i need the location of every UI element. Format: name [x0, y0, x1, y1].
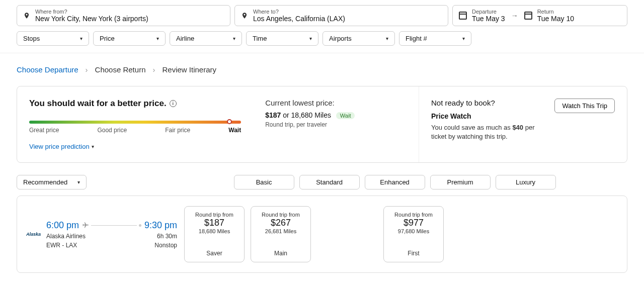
fare-first[interactable]: Round trip from $977 97,680 Miles First: [383, 206, 444, 262]
fare-saver[interactable]: Round trip from $187 18,680 Miles Saver: [184, 206, 245, 262]
fare-main[interactable]: Round trip from $267 26,681 Miles Main: [251, 206, 311, 262]
price-filter[interactable]: Price▾: [93, 31, 166, 46]
price-advice-card: You should wait for a better price. i Gr…: [17, 86, 627, 163]
flight-stops: Nonstop: [154, 242, 177, 249]
airline-logo: Alaska: [26, 232, 41, 237]
breadcrumb-step-departure[interactable]: Choose Departure: [17, 65, 78, 74]
class-premium-button[interactable]: Premium: [430, 175, 491, 189]
return-value: Tue May 10: [537, 15, 574, 23]
fare-enhanced-empty: [317, 206, 377, 262]
departure-value: Tue May 3: [472, 15, 505, 23]
calendar-icon: [459, 12, 467, 20]
class-enhanced-button[interactable]: Enhanced: [365, 175, 425, 189]
destination-input[interactable]: Where to? Los Angeles, California (LAX): [234, 5, 448, 26]
flight-duration: 6h 30m: [157, 233, 177, 240]
current-price-line: $187 or 18,680 Miles Wait: [265, 111, 407, 119]
breadcrumb: Choose Departure › Choose Return › Revie…: [0, 53, 644, 74]
flight-path-icon: [82, 222, 141, 229]
breadcrumb-step-return: Choose Return: [95, 65, 146, 74]
airline-name: Alaska Airlines: [46, 233, 86, 240]
class-luxury-button[interactable]: Luxury: [496, 175, 556, 189]
chevron-down-icon: ▾: [156, 36, 159, 41]
flight-result-card: Alaska 6:00 pm 9:30 pm Alaska Airlines 6…: [17, 196, 627, 273]
chevron-down-icon: ▾: [386, 36, 388, 41]
origin-value: New York City, New York (3 airports): [35, 15, 148, 23]
wait-badge: Wait: [336, 112, 355, 119]
gauge-marker: [227, 119, 232, 124]
breadcrumb-step-review: Review Itinerary: [162, 65, 216, 74]
chevron-down-icon: ▾: [80, 36, 83, 41]
airline-filter[interactable]: Airline▾: [170, 31, 242, 46]
flight-route: EWR - LAX: [46, 242, 77, 249]
price-watch-text: You could save as much as $40 per ticket…: [431, 123, 544, 141]
calendar-icon: [524, 12, 532, 20]
advice-headline: You should wait for a better price. i: [29, 99, 241, 109]
date-range-input[interactable]: Departure Tue May 3 → Return Tue May 10: [452, 5, 627, 26]
fare-luxury-empty: [450, 206, 510, 262]
class-basic-button[interactable]: Basic: [234, 175, 294, 189]
airports-filter[interactable]: Airports▾: [323, 31, 395, 46]
chevron-down-icon: ▾: [92, 144, 94, 149]
arrival-time: 9:30 pm: [144, 220, 177, 231]
pin-icon: [241, 12, 248, 19]
destination-value: Los Angeles, California (LAX): [253, 15, 345, 23]
arrow-right-icon: →: [511, 12, 518, 20]
chevron-right-icon: ›: [86, 65, 88, 74]
chevron-right-icon: ›: [152, 65, 155, 74]
current-price-label: Current lowest price:: [265, 99, 407, 107]
current-price-sub: Round trip, per traveler: [265, 121, 407, 128]
class-standard-button[interactable]: Standard: [299, 175, 360, 189]
departure-time: 6:00 pm: [46, 220, 79, 231]
chevron-down-icon: ▾: [77, 179, 80, 185]
time-filter[interactable]: Time▾: [246, 31, 318, 46]
stops-filter[interactable]: Stops▾: [17, 31, 89, 46]
origin-input[interactable]: Where from? New York City, New York (3 a…: [17, 5, 230, 26]
origin-label: Where from?: [35, 9, 148, 15]
gauge-labels: Great price Good price Fair price Wait: [29, 127, 241, 134]
watch-trip-button[interactable]: Watch This Trip: [554, 99, 615, 113]
sort-dropdown[interactable]: Recommended ▾: [17, 175, 87, 189]
return-label: Return: [537, 9, 574, 15]
departure-label: Departure: [472, 9, 505, 15]
info-icon[interactable]: i: [170, 100, 177, 107]
price-watch-title: Price Watch: [431, 112, 544, 120]
flight-num-filter[interactable]: Flight #▾: [399, 31, 471, 46]
destination-label: Where to?: [253, 9, 345, 15]
chevron-down-icon: ▾: [462, 36, 465, 41]
chevron-down-icon: ▾: [309, 36, 312, 41]
price-gauge: [29, 121, 241, 124]
price-watch-heading: Not ready to book?: [431, 99, 544, 107]
pin-icon: [23, 12, 30, 19]
chevron-down-icon: ▾: [233, 36, 235, 41]
view-prediction-link[interactable]: View price prediction ▾: [29, 143, 241, 150]
